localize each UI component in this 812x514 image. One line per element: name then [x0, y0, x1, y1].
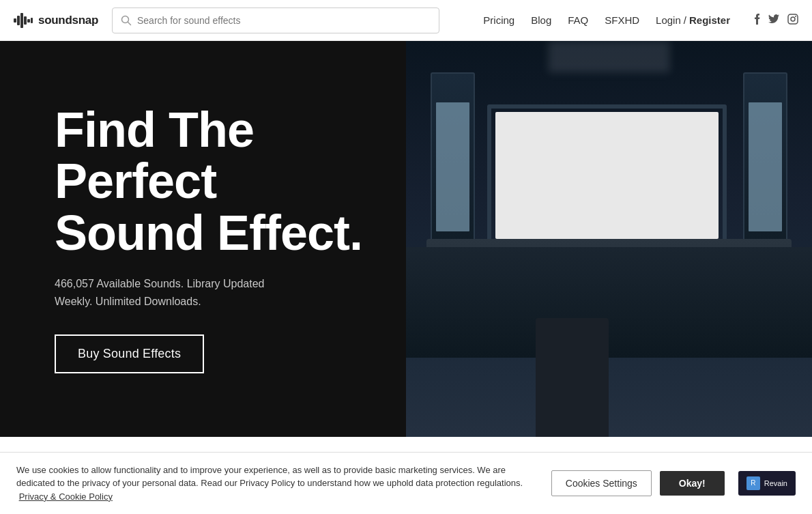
- desk-surface: [406, 247, 812, 358]
- revain-badge: R Revain: [738, 471, 796, 496]
- facebook-icon[interactable]: [755, 14, 760, 27]
- hero-subtext: 466,057 Available Sounds. Library Update…: [55, 275, 287, 310]
- svg-rect-3: [24, 16, 27, 25]
- nav-pricing[interactable]: Pricing: [483, 14, 514, 26]
- login-link[interactable]: Login: [656, 14, 681, 26]
- instagram-icon[interactable]: [787, 14, 798, 27]
- search-input[interactable]: [137, 15, 431, 26]
- privacy-policy-link[interactable]: Privacy & Cookie Policy: [19, 491, 113, 502]
- site-header: soundsnap Pricing Blog FAQ SFXHD Login /…: [0, 0, 812, 41]
- auth-links: Login / Register: [656, 14, 730, 26]
- studio-scene: [406, 41, 812, 437]
- search-box: [112, 8, 439, 33]
- projection-screen: [495, 112, 719, 239]
- svg-rect-2: [20, 13, 23, 28]
- hero-section: Find The Perfect Sound Effect. 466,057 A…: [0, 41, 812, 437]
- hero-heading: Find The Perfect Sound Effect.: [55, 104, 365, 259]
- nav-faq[interactable]: FAQ: [568, 14, 588, 26]
- cta-button[interactable]: Buy Sound Effects: [55, 334, 204, 373]
- twitter-icon[interactable]: [768, 14, 779, 27]
- cookie-text: We use cookies to allow functionality an…: [16, 463, 538, 504]
- svg-rect-0: [14, 18, 16, 23]
- nav-sfxhd[interactable]: SFXHD: [605, 14, 639, 26]
- search-wrapper: [112, 8, 439, 33]
- logo-icon: [14, 13, 33, 28]
- main-nav: Pricing Blog FAQ SFXHD Login / Register: [483, 14, 798, 27]
- cookies-settings-button[interactable]: Cookies Settings: [551, 470, 652, 496]
- svg-rect-4: [27, 19, 30, 23]
- revain-icon: R: [746, 476, 760, 490]
- hero-image: [406, 41, 812, 437]
- search-icon: [121, 15, 132, 26]
- hero-content: Find The Perfect Sound Effect. 466,057 A…: [0, 41, 406, 437]
- auth-separator: /: [684, 14, 686, 26]
- nav-blog[interactable]: Blog: [531, 14, 551, 26]
- logo-link[interactable]: soundsnap: [14, 13, 98, 28]
- svg-point-9: [791, 17, 795, 21]
- svg-rect-1: [17, 16, 20, 25]
- svg-point-10: [795, 16, 796, 17]
- okay-button[interactable]: Okay!: [660, 471, 725, 496]
- svg-rect-5: [31, 18, 33, 23]
- logo-text: soundsnap: [38, 14, 98, 27]
- revain-label: Revain: [764, 479, 787, 487]
- svg-line-7: [128, 22, 130, 25]
- svg-rect-8: [788, 14, 798, 24]
- register-link[interactable]: Register: [689, 14, 730, 26]
- cookie-banner: We use cookies to allow functionality an…: [0, 452, 812, 515]
- cookie-actions: Cookies Settings Okay!: [551, 470, 725, 496]
- social-icons: [755, 14, 798, 27]
- chair: [536, 318, 609, 437]
